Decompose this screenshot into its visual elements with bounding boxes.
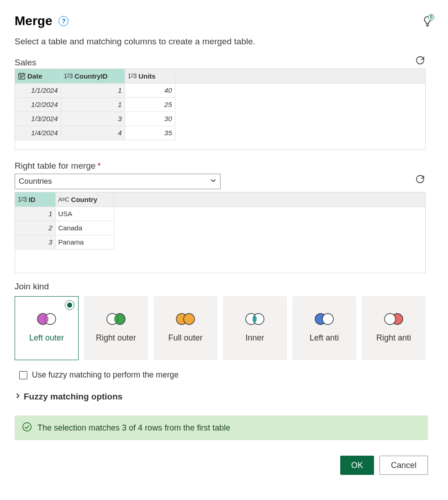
join-option-label: Right anti	[376, 333, 411, 343]
table-row[interactable]: 1/2/2024125	[15, 97, 425, 112]
venn-inner-icon	[244, 313, 265, 325]
dialog-footer: OK Cancel	[15, 456, 428, 475]
number-type-icon: 123	[64, 72, 73, 80]
checkmark-icon	[22, 422, 32, 434]
table-row[interactable]: 1/1/2024140	[15, 83, 425, 97]
fuzzy-options-label: Fuzzy matching options	[24, 392, 122, 402]
match-status-bar: The selection matches 3 of 4 rows from t…	[15, 415, 428, 440]
col-header-countryid[interactable]: 123 CountryID	[61, 69, 125, 83]
table-row[interactable]: 2Canada	[15, 221, 425, 235]
join-option-label: Inner	[245, 333, 264, 343]
refresh-right-icon[interactable]	[415, 174, 426, 186]
dropdown-selected: Countries	[19, 177, 52, 186]
venn-right-anti-icon	[383, 313, 404, 325]
col-header-rest	[175, 69, 425, 83]
join-option-label: Right outer	[96, 333, 136, 343]
join-kind-options: Left outer Right outer Full outer Inner …	[15, 296, 433, 360]
venn-left-outer-icon	[36, 313, 57, 325]
venn-left-anti-icon	[314, 313, 335, 325]
table-row[interactable]: 1/3/2024330	[15, 112, 425, 126]
join-option-left-outer[interactable]: Left outer	[15, 296, 79, 360]
join-option-label: Left anti	[310, 333, 339, 343]
dialog-title: Merge	[15, 14, 52, 28]
table-row[interactable]: 3Panama	[15, 235, 425, 249]
ok-button[interactable]: OK	[340, 456, 374, 475]
join-kind-label: Join kind	[15, 282, 433, 292]
left-table-label: Sales	[15, 58, 37, 68]
join-option-right-anti[interactable]: Right anti	[362, 296, 426, 360]
svg-point-20	[322, 314, 333, 324]
date-type-icon	[18, 72, 26, 80]
join-option-label: Left outer	[29, 333, 64, 343]
number-type-icon: 123	[18, 196, 27, 203]
col-header-id[interactable]: 123 ID	[15, 192, 55, 207]
svg-point-14	[184, 314, 195, 324]
number-type-icon: 123	[128, 72, 137, 80]
col-header-date[interactable]: Date	[15, 69, 61, 83]
join-option-full-outer[interactable]: Full outer	[153, 296, 217, 360]
dialog-header: Merge ? 0	[15, 14, 433, 28]
fuzzy-checkbox[interactable]	[19, 371, 27, 379]
join-option-right-outer[interactable]: Right outer	[84, 296, 148, 360]
right-table-section-label: Right table for merge*	[15, 161, 433, 171]
tips-badge: 0	[428, 14, 434, 21]
join-option-left-anti[interactable]: Left anti	[292, 296, 356, 360]
col-header-country[interactable]: ABC Country	[55, 192, 114, 207]
join-option-label: Full outer	[168, 333, 202, 343]
col-header-units[interactable]: 123 Units	[125, 69, 175, 83]
svg-point-6	[23, 76, 23, 76]
venn-right-outer-icon	[105, 313, 126, 325]
svg-point-7	[20, 77, 21, 78]
chevron-right-icon	[15, 393, 21, 401]
venn-full-outer-icon	[175, 313, 196, 325]
radio-selected-icon	[65, 300, 74, 310]
refresh-left-icon[interactable]	[415, 55, 426, 68]
table-row[interactable]: 1/4/2024435	[15, 126, 425, 140]
svg-point-8	[21, 77, 22, 78]
svg-point-4	[20, 76, 21, 76]
svg-point-22	[385, 314, 395, 324]
right-table-dropdown[interactable]: Countries	[15, 174, 221, 189]
dialog-subtitle: Select a table and matching columns to c…	[15, 37, 433, 47]
fuzzy-options-expander[interactable]: Fuzzy matching options	[15, 392, 433, 402]
text-type-icon: ABC	[58, 196, 69, 203]
svg-point-23	[23, 423, 31, 431]
help-icon[interactable]: ?	[58, 16, 69, 26]
col-header-rest	[114, 192, 425, 207]
tips-icon[interactable]: 0	[422, 15, 433, 27]
match-status-message: The selection matches 3 of 4 rows from t…	[37, 423, 230, 433]
left-table-grid[interactable]: Date 123 CountryID 123 Units 1/1/2024140…	[15, 69, 426, 150]
svg-point-5	[21, 76, 22, 76]
table-row[interactable]: 1USA	[15, 207, 425, 221]
right-table-grid[interactable]: 123 ID ABC Country 1USA 2Canada 3Panama	[15, 192, 426, 273]
fuzzy-checkbox-label: Use fuzzy matching to perform the merge	[32, 370, 179, 380]
chevron-down-icon	[210, 177, 216, 186]
cancel-button[interactable]: Cancel	[379, 456, 428, 475]
join-option-inner[interactable]: Inner	[223, 296, 287, 360]
